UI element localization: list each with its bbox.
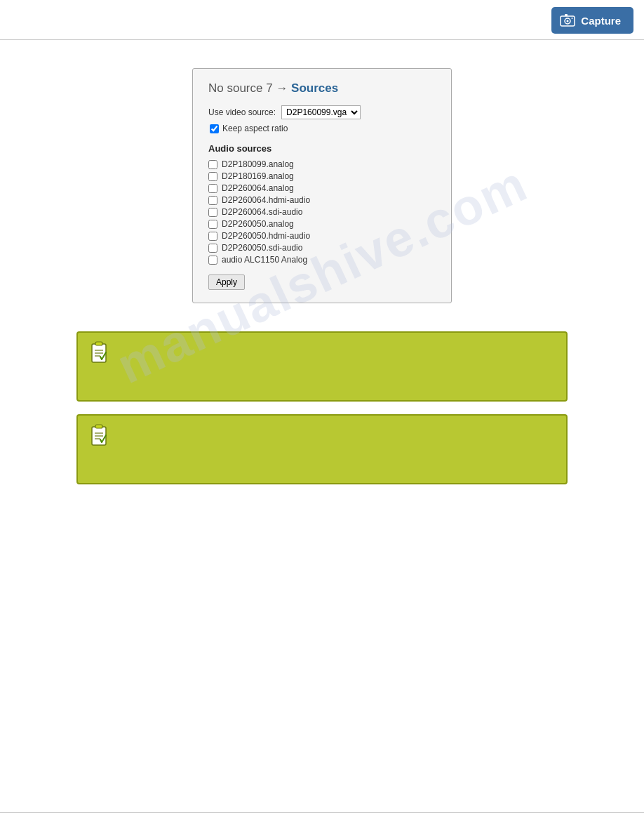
panel-title: No source 7 → Sources: [208, 81, 436, 95]
panel-title-bold: Sources: [291, 81, 338, 95]
footer-line: [0, 812, 644, 813]
audio-checkbox-8[interactable]: [208, 244, 217, 253]
clipboard-icon-2: [88, 424, 110, 446]
list-item: D2P260064.sdi-audio: [208, 207, 436, 217]
svg-rect-11: [95, 425, 102, 428]
audio-label-6: D2P260050.analog: [222, 219, 294, 229]
camera-icon: [560, 13, 575, 28]
note-box-1-text: [117, 341, 556, 390]
list-item: D2P180099.analog: [208, 159, 436, 169]
list-item: D2P260064.hdmi-audio: [208, 195, 436, 205]
audio-label-5: D2P260064.sdi-audio: [222, 207, 302, 217]
svg-rect-6: [95, 342, 102, 345]
list-item: D2P180169.analog: [208, 171, 436, 181]
audio-label-3: D2P260064.analog: [222, 183, 294, 193]
sources-panel: No source 7 → Sources Use video source: …: [192, 68, 452, 303]
svg-point-4: [572, 18, 573, 19]
audio-checkbox-3[interactable]: [208, 184, 217, 193]
audio-sources-list: D2P180099.analog D2P180169.analog D2P260…: [208, 159, 436, 265]
capture-label: Capture: [581, 15, 621, 27]
audio-checkbox-6[interactable]: [208, 220, 217, 229]
list-item: D2P260050.sdi-audio: [208, 243, 436, 253]
audio-label-1: D2P180099.analog: [222, 159, 294, 169]
video-source-row: Use video source: D2P160099.vga D2P18009…: [208, 105, 436, 119]
note-box-1: [76, 331, 568, 402]
list-item: audio ALC1150 Analog: [208, 255, 436, 265]
note-box-2-text: [117, 424, 556, 473]
keep-aspect-ratio-checkbox[interactable]: [210, 124, 219, 133]
note-boxes-area: [76, 331, 568, 484]
clipboard-icon-1: [88, 341, 110, 364]
note-box-2: [76, 414, 568, 484]
audio-checkbox-5[interactable]: [208, 208, 217, 217]
audio-label-8: D2P260050.sdi-audio: [222, 243, 302, 253]
apply-button[interactable]: Apply: [208, 274, 245, 290]
audio-label-2: D2P180169.analog: [222, 171, 294, 181]
svg-rect-3: [565, 14, 568, 16]
keep-aspect-ratio-label[interactable]: Keep aspect ratio: [222, 124, 288, 133]
header: Capture: [0, 0, 644, 40]
audio-checkbox-9[interactable]: [208, 256, 217, 265]
capture-badge: Capture: [551, 7, 633, 34]
audio-label-7: D2P260050.hdmi-audio: [222, 231, 310, 241]
audio-checkbox-4[interactable]: [208, 196, 217, 205]
aspect-ratio-row: Keep aspect ratio: [210, 124, 436, 133]
list-item: D2P260050.analog: [208, 219, 436, 229]
audio-checkbox-1[interactable]: [208, 160, 217, 169]
audio-sources-title: Audio sources: [208, 143, 436, 154]
audio-label-4: D2P260064.hdmi-audio: [222, 195, 310, 205]
audio-label-9: audio ALC1150 Analog: [222, 255, 307, 265]
svg-point-2: [567, 20, 569, 22]
video-source-label: Use video source:: [208, 107, 276, 117]
panel-title-prefix: No source 7 →: [208, 81, 291, 95]
list-item: D2P260050.hdmi-audio: [208, 231, 436, 241]
main-content: No source 7 → Sources Use video source: …: [0, 40, 644, 512]
list-item: D2P260064.analog: [208, 183, 436, 193]
audio-checkbox-2[interactable]: [208, 172, 217, 181]
video-source-select[interactable]: D2P160099.vga D2P180099.vga D2P180169.vg…: [281, 105, 361, 119]
audio-checkbox-7[interactable]: [208, 232, 217, 241]
